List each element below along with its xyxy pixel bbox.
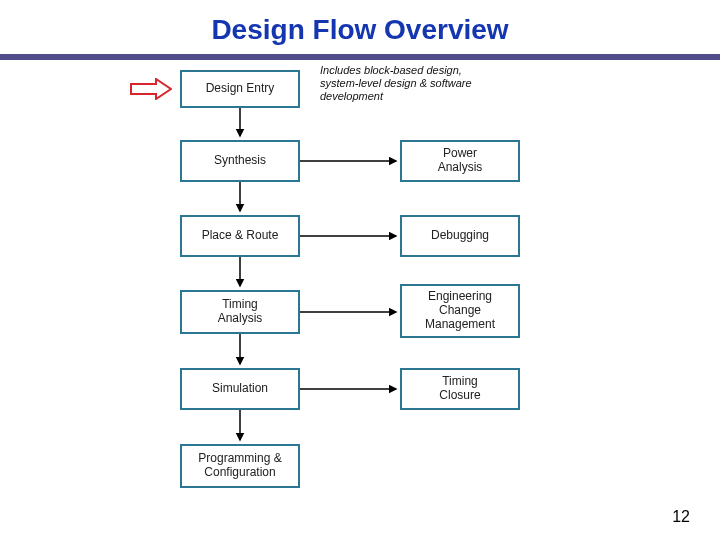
arrow-down-1 — [236, 108, 244, 140]
box-design-entry: Design Entry — [180, 70, 300, 108]
box-timing-analysis: Timing Analysis — [180, 290, 300, 334]
connector-synthesis-power — [300, 157, 400, 165]
box-debugging: Debugging — [400, 215, 520, 257]
connector-sim-closure — [300, 385, 400, 393]
pointer-arrow-icon — [130, 78, 172, 100]
box-simulation: Simulation — [180, 368, 300, 410]
page-title: Design Flow Overview — [0, 0, 720, 54]
arrow-down-3 — [236, 257, 244, 290]
connector-place-debug — [300, 232, 400, 240]
connector-timing-ecm — [300, 308, 400, 316]
design-entry-annotation: Includes block-based design, system-leve… — [320, 64, 500, 104]
box-synthesis: Synthesis — [180, 140, 300, 182]
arrow-down-4 — [236, 334, 244, 368]
arrow-down-5 — [236, 410, 244, 444]
arrow-down-2 — [236, 182, 244, 215]
diagram-canvas: Includes block-based design, system-leve… — [0, 60, 720, 520]
box-place-route: Place & Route — [180, 215, 300, 257]
box-prog-config: Programming & Configuration — [180, 444, 300, 488]
box-power-analysis: Power Analysis — [400, 140, 520, 182]
box-ecm: Engineering Change Management — [400, 284, 520, 338]
box-timing-closure: Timing Closure — [400, 368, 520, 410]
page-number: 12 — [672, 508, 690, 526]
